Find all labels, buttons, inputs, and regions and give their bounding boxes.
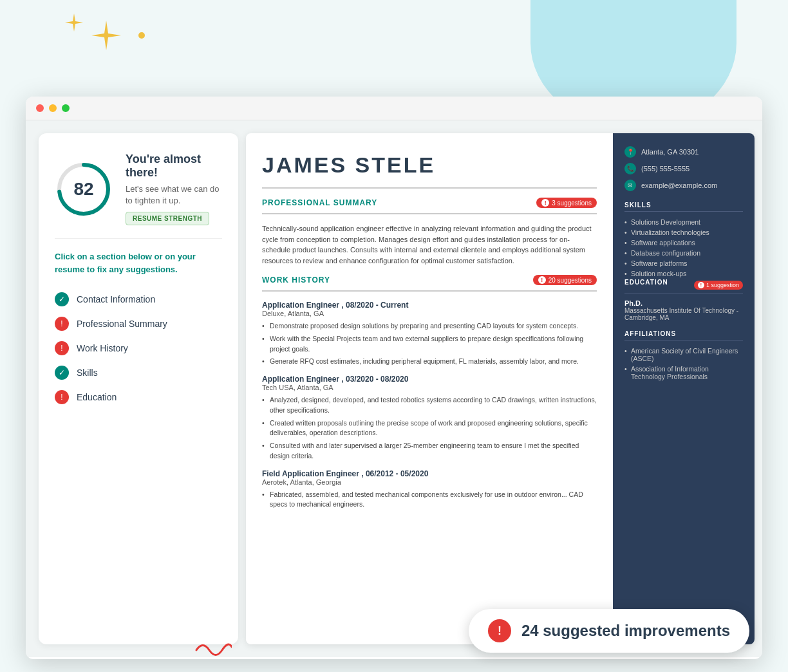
professional-summary-header: PROFESSIONAL SUMMARY 3 suggestions (262, 198, 597, 208)
professional-summary-badge[interactable]: 3 suggestions (536, 198, 597, 208)
checklist-label-contact: Contact Information (77, 294, 155, 304)
click-instruction: Click on a section below or on your resu… (55, 250, 222, 275)
check-ok-icon: ✓ (55, 292, 69, 306)
skill-item: Database configuration (624, 248, 743, 258)
bullet: Created written proposals outlining the … (262, 418, 597, 439)
improvements-text: 24 suggested improvements (521, 622, 730, 640)
score-subtext: Let's see what we can do to tighten it u… (126, 183, 222, 207)
job-1-company: Deluxe, Atlanta, GA (262, 310, 597, 317)
job-1-title: Application Engineer , 08/2020 - Current (262, 301, 597, 310)
professional-summary-title: PROFESSIONAL SUMMARY (262, 198, 377, 207)
job-1: Application Engineer , 08/2020 - Current… (262, 301, 597, 367)
professional-summary-text: Technically-sound application engineer e… (262, 223, 597, 266)
checklist-item-education[interactable]: ! Education (55, 385, 222, 409)
skill-item: Software platforms (624, 258, 743, 268)
browser-dot-green (62, 104, 70, 112)
job-2-title: Application Engineer , 03/2020 - 08/2020 (262, 375, 597, 384)
browser-dot-yellow (49, 104, 57, 112)
summary-divider (262, 213, 597, 214)
skill-item: Solution mock-ups (624, 268, 743, 279)
education-badge[interactable]: 1 suggestion (694, 281, 743, 290)
email-icon: ✉ (624, 180, 636, 191)
checklist-label-education: Education (77, 392, 117, 402)
work-divider (262, 290, 597, 292)
checklist-label-skills: Skills (77, 368, 98, 378)
score-divider (55, 238, 222, 239)
location-text: Atlanta, GA 30301 (641, 148, 699, 156)
resume-sidebar: 📍 Atlanta, GA 30301 📞 (555) 555-5555 ✉ e… (613, 133, 755, 644)
checklist-label-summary: Professional Summary (77, 319, 167, 329)
resume-main: JAMES STELE PROFESSIONAL SUMMARY 3 sugge… (246, 133, 613, 644)
job-3: Field Application Engineer , 06/2012 - 0… (262, 469, 597, 510)
score-circle: 82 (55, 160, 113, 218)
phone-icon: 📞 (624, 163, 636, 174)
improvements-banner[interactable]: ! 24 suggested improvements (469, 609, 749, 653)
score-text: You're almost there! Let's see what we c… (126, 153, 222, 225)
resume-name-divider (262, 187, 597, 189)
score-panel: 82 You're almost there! Let's see what w… (39, 133, 238, 644)
check-warn-icon: ! (55, 317, 69, 331)
resume-strength-badge: RESUME STRENGTH (126, 212, 209, 225)
work-history-header: WORK HISTORY 20 suggestions (262, 275, 597, 285)
improvements-icon: ! (488, 619, 511, 642)
score-section: 82 You're almost there! Let's see what w… (55, 153, 222, 225)
check-ok-icon-2: ✓ (55, 366, 69, 380)
affiliation-item: Association of Information Technology Pr… (624, 364, 743, 382)
job-1-bullets: Demonstrate proposed design solutions by… (262, 321, 597, 367)
score-number: 82 (73, 179, 93, 200)
bullet: Work with the Special Projects team and … (262, 334, 597, 355)
svg-marker-0 (91, 21, 121, 50)
job-2: Application Engineer , 03/2020 - 08/2020… (262, 375, 597, 462)
affiliations-title: AFFILIATIONS (624, 330, 743, 341)
checklist-item-skills[interactable]: ✓ Skills (55, 360, 222, 385)
affiliation-item: American Society of Civil Engineers (ASC… (624, 346, 743, 364)
email-text: example@example.com (641, 182, 717, 189)
skills-title: SKILLS (624, 201, 743, 212)
resume-name: JAMES STELE (262, 153, 597, 178)
contact-phone: 📞 (555) 555-5555 (624, 163, 743, 174)
browser-header (26, 97, 762, 120)
school: Massachusetts Institute Of Technology - … (624, 307, 743, 321)
job-2-company: Tech USA, Atlanta, GA (262, 384, 597, 391)
skill-item: Virtualization technologies (624, 227, 743, 238)
work-history-title: WORK HISTORY (262, 275, 330, 285)
checklist-label-work: Work History (77, 343, 128, 353)
job-2-bullets: Analyzed, designed, developed, and teste… (262, 395, 597, 462)
education-title: EDUCATION (624, 279, 668, 286)
browser-content: 82 You're almost there! Let's see what w… (26, 120, 762, 657)
bullet: Consulted with and later supervised a la… (262, 441, 597, 462)
svg-marker-1 (65, 14, 83, 32)
bullet: Fabricated, assembled, and tested mechan… (262, 490, 597, 510)
check-warn-icon-3: ! (55, 390, 69, 404)
score-heading: You're almost there! (126, 153, 222, 180)
degree: Ph.D. (624, 299, 743, 307)
phone-text: (555) 555-5555 (641, 165, 690, 173)
sidebar-contact: 📍 Atlanta, GA 30301 📞 (555) 555-5555 ✉ e… (624, 146, 743, 191)
location-icon: 📍 (624, 146, 636, 158)
check-warn-icon-2: ! (55, 341, 69, 355)
resume-preview: JAMES STELE PROFESSIONAL SUMMARY 3 sugge… (246, 133, 755, 644)
bullet: Analyzed, designed, developed, and teste… (262, 395, 597, 416)
contact-email: ✉ example@example.com (624, 180, 743, 191)
work-history-badge[interactable]: 20 suggestions (533, 275, 597, 285)
contact-location: 📍 Atlanta, GA 30301 (624, 146, 743, 158)
skills-list: Solutions Development Virtualization tec… (624, 217, 743, 279)
checklist-item-work[interactable]: ! Work History (55, 336, 222, 360)
skill-item: Solutions Development (624, 217, 743, 227)
job-3-bullets: Fabricated, assembled, and tested mechan… (262, 490, 597, 510)
squiggle-decoration (193, 637, 232, 659)
checklist-item-contact[interactable]: ✓ Contact Information (55, 287, 222, 312)
education-header: EDUCATION 1 suggestion (624, 279, 743, 291)
bullet: Generate RFQ cost estimates, including p… (262, 357, 597, 367)
bullet: Demonstrate proposed design solutions by… (262, 321, 597, 331)
skill-item: Software applications (624, 238, 743, 248)
checklist-item-summary[interactable]: ! Professional Summary (55, 312, 222, 336)
affiliations-list: American Society of Civil Engineers (ASC… (624, 346, 743, 382)
job-3-title: Field Application Engineer , 06/2012 - 0… (262, 469, 597, 478)
job-3-company: Aerotek, Atlanta, Georgia (262, 478, 597, 486)
checklist: ✓ Contact Information ! Professional Sum… (55, 287, 222, 409)
browser-window: 82 You're almost there! Let's see what w… (26, 97, 762, 659)
browser-dot-red (36, 104, 44, 112)
